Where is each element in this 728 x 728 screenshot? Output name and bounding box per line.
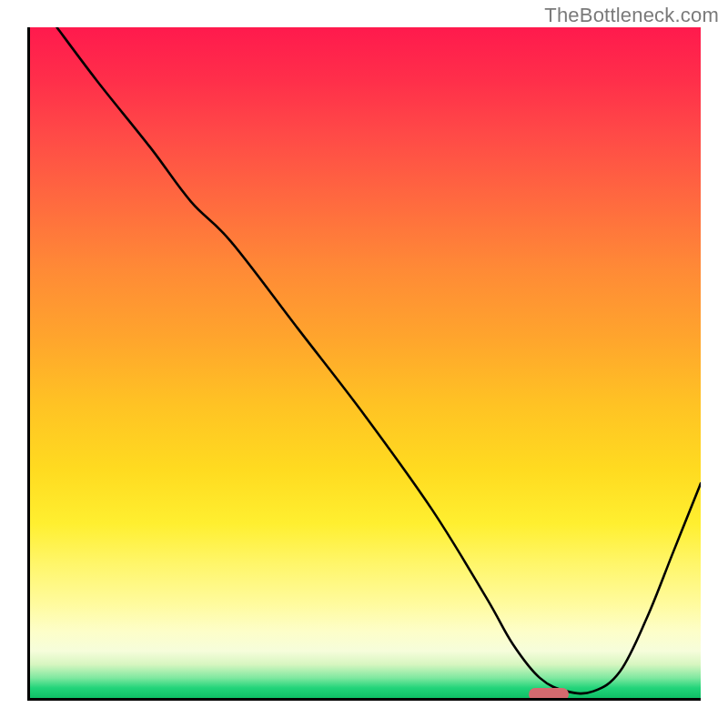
- optimal-marker: [529, 688, 569, 701]
- chart-container: TheBottleneck.com: [0, 0, 728, 728]
- curve-svg: [30, 27, 701, 698]
- bottleneck-curve-path: [56, 27, 701, 693]
- plot-area: [27, 27, 701, 701]
- watermark-text: TheBottleneck.com: [544, 4, 719, 27]
